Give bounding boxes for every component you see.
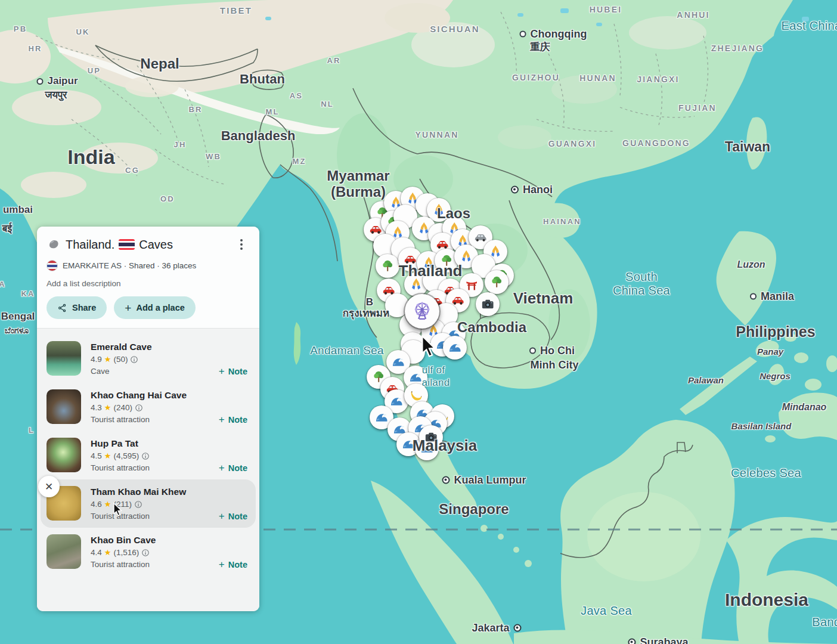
place-name[interactable]: Emerald Cave (91, 342, 250, 352)
place-thumbnail (46, 534, 81, 569)
place-category: Tourist attraction (91, 463, 150, 472)
list-item[interactable]: Khao Bin Cave 4.4★ (1,516) Tourist attra… (41, 528, 256, 576)
place-category: Tourist attraction (91, 512, 150, 521)
info-icon[interactable] (141, 549, 150, 557)
list-owner-row: EMARKAITE AS · Shared · 36 places (46, 260, 250, 271)
owner-avatar (46, 260, 58, 271)
map-marker-tree[interactable] (376, 254, 399, 278)
place-category: Cave (91, 367, 110, 376)
place-name[interactable]: Khao Chang Hai Cave (91, 390, 250, 401)
add-note-button[interactable]: +Note (219, 366, 250, 376)
place-name[interactable]: Tham Khao Mai Khew (91, 487, 250, 497)
star-icon: ★ (104, 404, 111, 411)
place-name[interactable]: Khao Bin Cave (91, 535, 250, 546)
map-marker-wave[interactable] (443, 336, 467, 360)
info-icon[interactable] (135, 404, 143, 412)
close-icon: ✕ (45, 481, 53, 493)
star-icon: ★ (104, 452, 111, 460)
star-icon: ★ (104, 549, 111, 556)
add-note-button[interactable]: +Note (219, 559, 250, 569)
star-icon: ★ (104, 500, 111, 508)
add-note-button[interactable]: +Note (219, 463, 250, 473)
google-maps-canvas[interactable]: IndiaNepalBhutanBangladeshMyanmar(Burma)… (0, 0, 837, 644)
place-rating-row: 4.5★ (4,595) (91, 451, 250, 460)
list-header: Thailand. Caves EMARKAITE AS · Shared · … (37, 227, 259, 328)
list-item-highlighted[interactable]: ✕ Tham Khao Mai Khew 4.6★ (211) Tourist … (41, 479, 256, 528)
share-button[interactable]: Share (46, 296, 107, 319)
owner-line: EMARKAITE AS · Shared · 36 places (63, 261, 196, 270)
saved-list-panel: Thailand. Caves EMARKAITE AS · Shared · … (37, 227, 259, 611)
place-rating-row: 4.3★ (240) (91, 403, 250, 412)
place-category: Tourist attraction (91, 415, 150, 424)
list-item[interactable]: Khao Chang Hai Cave 4.3★ (240) Tourist a… (41, 383, 256, 431)
thailand-flag-icon (119, 239, 135, 250)
place-thumbnail (46, 438, 81, 472)
place-thumbnail (46, 341, 81, 376)
place-rating-row: 4.4★ (1,516) (91, 548, 250, 557)
add-note-button[interactable]: +Note (219, 511, 250, 521)
add-description-field[interactable]: Add a list description (46, 279, 250, 288)
map-marker-camera[interactable] (419, 425, 443, 449)
map-marker-ferris[interactable] (405, 294, 439, 329)
close-button[interactable]: ✕ (38, 476, 60, 497)
info-icon[interactable] (134, 500, 142, 509)
place-category: Tourist attraction (91, 560, 150, 569)
list-title: Thailand. Caves (66, 238, 173, 252)
place-thumbnail (46, 389, 81, 424)
share-icon (57, 303, 67, 313)
info-icon[interactable] (141, 452, 150, 460)
add-a-place-button[interactable]: + Add a place (114, 296, 196, 319)
place-list[interactable]: Emerald Cave 4.9★ (50) Cave +Note Khao C… (37, 329, 259, 611)
map-marker-camera[interactable] (476, 292, 500, 316)
add-note-button[interactable]: +Note (219, 414, 250, 425)
place-rating-row: 4.6★ (211) (91, 500, 250, 509)
rock-emoji-icon (46, 237, 61, 252)
more-options-button[interactable] (233, 236, 250, 253)
plus-icon: + (125, 302, 131, 314)
map-marker-tree[interactable] (485, 270, 509, 294)
place-rating-row: 4.9★ (50) (91, 355, 250, 364)
list-item[interactable]: Hup Pa Tat 4.5★ (4,595) Tourist attracti… (41, 431, 256, 479)
star-icon: ★ (104, 355, 111, 363)
list-item[interactable]: Emerald Cave 4.9★ (50) Cave +Note (41, 335, 256, 383)
place-name[interactable]: Hup Pa Tat (91, 438, 250, 449)
info-icon[interactable] (130, 355, 138, 364)
